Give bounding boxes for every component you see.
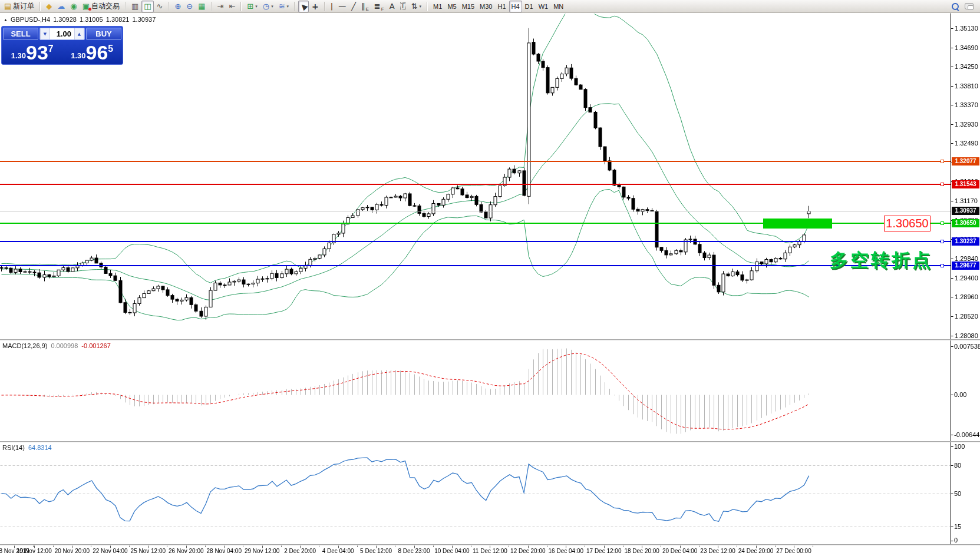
collapse-triangle-icon[interactable]: ▲	[4, 18, 8, 22]
price-axis-tick-label: 1.28080	[955, 332, 978, 339]
price-axis-tick-label: 1.33810	[955, 82, 978, 90]
chart-shift-icon[interactable]: ⇤	[226, 1, 237, 12]
vertical-line-icon[interactable]: |	[328, 1, 335, 12]
macd-axis-max: 0.007538	[954, 343, 980, 350]
time-axis-label: 29 Nov 12:00	[245, 548, 280, 554]
new-template-icon[interactable]: ⊞▾	[245, 1, 259, 12]
low-value: 1.30821	[106, 16, 130, 23]
line-chart-icon[interactable]: ∿	[154, 1, 166, 12]
sell-price-point: 7	[48, 44, 54, 54]
toolbar-separator	[125, 2, 126, 11]
zoom-in-icon[interactable]: ⊕	[172, 1, 183, 12]
crosshair-icon: +	[312, 2, 319, 11]
tile-windows-icon[interactable]: ▦	[196, 1, 207, 12]
highlight-rectangle[interactable]	[763, 219, 832, 229]
time-axis-label: 10 Dec 04:00	[434, 548, 470, 554]
buy-button[interactable]: BUY	[86, 28, 121, 40]
price-axis-tick-label: 1.32930	[955, 121, 978, 128]
zoom-out-icon[interactable]: ⊖	[184, 1, 195, 12]
rsi-axis-0: 0	[954, 537, 958, 544]
macd-pane-separator[interactable]	[0, 339, 980, 340]
line-chart-icon: ∿	[157, 2, 163, 11]
new-order-button-label: 新订单	[13, 1, 34, 11]
timeframe-m30[interactable]: M30	[477, 1, 494, 12]
time-axis-label: 28 Nov 04:00	[207, 548, 242, 554]
support-line-upper-handle[interactable]	[941, 240, 944, 243]
rsi-axis-15: 15	[954, 523, 961, 530]
price-axis-tick-label: 1.31170	[955, 197, 978, 204]
vertical-line-icon: |	[331, 2, 333, 11]
text-icon: A	[390, 2, 395, 11]
support-line-lower-handle[interactable]	[941, 264, 944, 267]
channel-icon-sub: E	[366, 6, 369, 12]
price-tag-1.30937: 1.30937	[952, 207, 979, 215]
cursor-icon[interactable]: ▲	[298, 1, 309, 12]
buy-price-pips: 96	[86, 44, 108, 62]
timeframe-h4[interactable]: H4	[509, 1, 522, 12]
timeframe-d1[interactable]: D1	[523, 1, 536, 12]
candlestick-chart-icon: ◫	[144, 2, 151, 11]
price-callout[interactable]: 1.30650	[884, 216, 930, 231]
support-line-upper[interactable]	[0, 241, 951, 242]
price-axis-tick-label: 1.35130	[955, 25, 978, 32]
sell-button[interactable]: SELL	[3, 28, 38, 40]
volume-increase-button[interactable]: ▲	[74, 28, 84, 39]
indicators-icon[interactable]: ≋▾	[276, 1, 291, 12]
timeframe-mn[interactable]: MN	[551, 1, 566, 12]
horizontal-line-icon[interactable]: —	[336, 1, 348, 12]
support-line-lower[interactable]	[0, 265, 951, 266]
price-axis-tick-label: 1.29400	[955, 274, 978, 282]
sell-price[interactable]: 1.30 93 7	[3, 41, 62, 63]
indicators-icon-caret: ▾	[287, 4, 289, 9]
macd-axis-min: -0.006446	[954, 431, 980, 438]
toolbar-separator	[168, 2, 169, 11]
autotrade-button[interactable]: ▣自动交易	[80, 1, 122, 12]
turning-point-annotation[interactable]: 多空转折点	[830, 248, 933, 273]
rsi-pane-separator[interactable]	[0, 441, 980, 442]
search-icon[interactable]	[952, 3, 959, 10]
channel-icon[interactable]: ∥E	[359, 1, 371, 12]
open-value: 1.30928	[53, 16, 77, 23]
macd-name: MACD(12,26,9)	[2, 342, 47, 349]
resistance-line-upper[interactable]	[0, 161, 951, 162]
time-axis-label: 23 Dec 12:00	[700, 548, 735, 554]
arrows-icon[interactable]: ⇅▾	[409, 1, 424, 12]
chart-canvas[interactable]	[0, 0, 980, 556]
market-icon[interactable]: ◆	[44, 1, 54, 12]
timeframe-m1[interactable]: M1	[431, 1, 444, 12]
chat-icon[interactable]	[965, 3, 974, 9]
text-label-icon[interactable]: T	[398, 1, 408, 12]
price-axis-tick-label: 1.32490	[955, 140, 978, 147]
fibonacci-icon-sub: F	[381, 6, 384, 12]
community-icon[interactable]: ☁	[55, 1, 67, 12]
price-axis-tick-label: 1.28520	[955, 313, 978, 320]
volume-decrease-button[interactable]: ▼	[40, 28, 50, 39]
breakout-level-line-handle[interactable]	[941, 221, 944, 225]
timeframe-w1[interactable]: W1	[536, 1, 551, 12]
trendline-icon[interactable]: ╱	[349, 1, 358, 12]
timeframe-h1[interactable]: H1	[495, 1, 508, 12]
toolbar-separator	[240, 2, 242, 11]
new-order-button[interactable]: ▤新订单	[2, 1, 37, 12]
time-axis-label: 24 Dec 20:00	[738, 548, 774, 554]
text-icon[interactable]: A	[387, 1, 397, 12]
resistance-line-upper-handle[interactable]	[941, 160, 944, 163]
price-axis-tick-label: 1.28960	[955, 293, 978, 300]
auto-scroll-icon[interactable]: ⇥	[215, 1, 226, 12]
resistance-line-lower-handle[interactable]	[941, 183, 944, 186]
timeframe-m5[interactable]: M5	[445, 1, 458, 12]
candlestick-chart-icon[interactable]: ◫	[141, 1, 153, 12]
new-template-icon-caret: ▾	[255, 4, 258, 9]
bar-chart-icon[interactable]: ▥	[129, 1, 141, 12]
symbol-period-label: GBPUSD-,H4	[11, 16, 50, 23]
fibonacci-icon[interactable]: ≣F	[372, 1, 387, 12]
volume-input[interactable]: 1.00	[50, 28, 74, 39]
signals-icon[interactable]: ◉	[68, 1, 79, 12]
resistance-line-lower[interactable]	[0, 184, 951, 185]
crosshair-icon[interactable]: +	[309, 1, 321, 12]
time-axis-label: 19 Nov 12:00	[17, 548, 52, 554]
rsi-label-row: RSI(14) 64.8314	[2, 444, 52, 451]
timeframe-m15[interactable]: M15	[460, 1, 477, 12]
periods-icon[interactable]: ◷▾	[260, 1, 276, 12]
buy-price[interactable]: 1.30 96 5	[63, 41, 122, 63]
